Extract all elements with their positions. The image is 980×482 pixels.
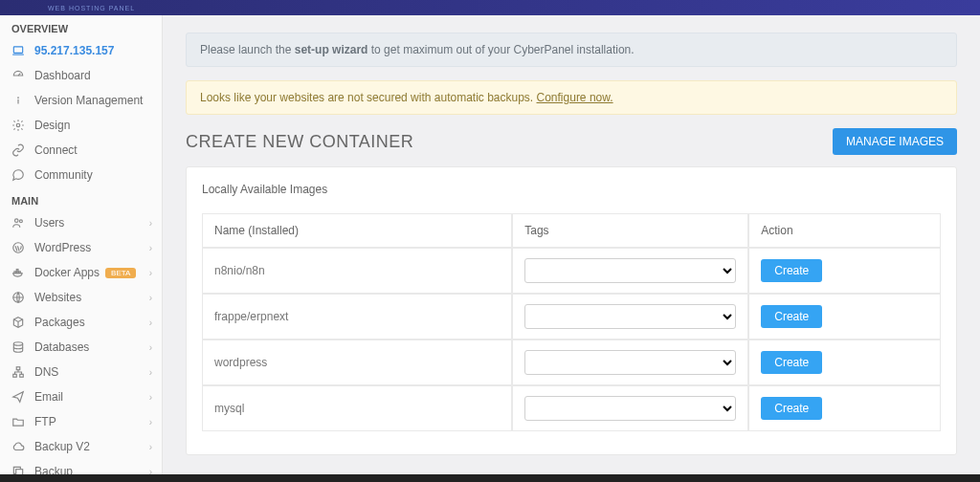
chevron-right-icon: ›	[149, 342, 152, 353]
backup-alert: Looks like your websites are not secured…	[186, 80, 957, 115]
sidebar-connect-label: Connect	[34, 143, 78, 157]
action-cell: Create	[748, 248, 941, 294]
sidebar-item-backupv2[interactable]: Backup V2 ›	[0, 434, 162, 459]
sidebar-item-users[interactable]: Users ›	[0, 210, 162, 235]
wordpress-icon	[11, 241, 25, 254]
svg-point-5	[19, 220, 22, 223]
sidebar-item-design[interactable]: Design	[0, 113, 162, 138]
image-name-cell: wordpress	[202, 340, 512, 385]
section-overview: OVERVIEW	[0, 15, 162, 38]
main-content: Please launch the set-up wizard to get m…	[163, 15, 980, 482]
sidebar-ftp-label: FTP	[34, 415, 56, 428]
sidebar-packages-label: Packages	[34, 316, 85, 329]
chevron-right-icon: ›	[149, 218, 152, 229]
create-button[interactable]: Create	[761, 397, 822, 420]
tag-select[interactable]	[524, 350, 736, 375]
table-row: frappe/erpnextCreate	[202, 294, 941, 340]
brand-text: WEB HOSTING PANEL	[48, 5, 135, 11]
section-main: MAIN	[0, 187, 162, 210]
tags-cell	[512, 294, 748, 340]
sidebar-design-label: Design	[34, 119, 70, 132]
chat-icon	[11, 168, 25, 182]
chevron-right-icon: ›	[149, 392, 152, 403]
svg-rect-14	[13, 374, 17, 377]
sidebar-dashboard-label: Dashboard	[34, 69, 91, 82]
sidebar-item-ftp[interactable]: FTP ›	[0, 409, 162, 434]
svg-rect-0	[13, 47, 22, 53]
chevron-right-icon: ›	[149, 417, 152, 427]
sidebar-docker-label: Docker Apps	[34, 266, 100, 279]
sidebar-email-label: Email	[34, 390, 63, 404]
sidebar-item-docker[interactable]: Docker Apps BETA ›	[0, 260, 162, 285]
image-name-cell: frappe/erpnext	[202, 294, 512, 340]
sidebar-item-dashboard[interactable]: Dashboard	[0, 63, 162, 88]
info-icon	[11, 94, 25, 107]
th-action: Action	[748, 213, 941, 248]
sidebar-item-websites[interactable]: Websites ›	[0, 285, 162, 310]
beta-badge: BETA	[105, 268, 136, 278]
chevron-right-icon: ›	[149, 318, 152, 328]
sidebar-item-ip[interactable]: 95.217.135.157	[0, 38, 162, 63]
setup-alert: Please launch the set-up wizard to get m…	[186, 33, 957, 67]
database-icon	[11, 340, 25, 354]
sidebar-item-email[interactable]: Email ›	[0, 384, 162, 409]
chevron-right-icon: ›	[149, 243, 152, 253]
backup-alert-pre: Looks like your websites are not secured…	[200, 91, 537, 104]
chevron-right-icon: ›	[149, 442, 152, 452]
svg-point-3	[16, 123, 20, 127]
image-name-cell: n8nio/n8n	[202, 248, 512, 294]
table-row: n8nio/n8nCreate	[202, 248, 941, 294]
sidebar-item-dns[interactable]: DNS ›	[0, 360, 162, 384]
link-icon	[11, 143, 25, 157]
chevron-right-icon: ›	[149, 293, 152, 303]
sidebar-item-wordpress[interactable]: WordPress ›	[0, 235, 162, 260]
svg-rect-13	[16, 367, 20, 370]
manage-images-button[interactable]: MANAGE IMAGES	[833, 128, 957, 155]
tag-select[interactable]	[524, 304, 736, 329]
sidebar-users-label: Users	[34, 216, 64, 230]
images-table: Name (Installed) Tags Action n8nio/n8nCr…	[202, 213, 941, 431]
svg-rect-10	[16, 270, 18, 272]
tag-select[interactable]	[524, 258, 736, 283]
tags-cell	[512, 340, 748, 385]
globe-icon	[11, 291, 25, 304]
sidebar-item-community[interactable]: Community	[0, 163, 162, 187]
table-row: mysqlCreate	[202, 385, 941, 431]
sidebar-item-databases[interactable]: Databases ›	[0, 335, 162, 360]
sitemap-icon	[11, 365, 25, 379]
card-subtitle: Locally Available Images	[202, 179, 941, 200]
sidebar-databases-label: Databases	[34, 340, 89, 354]
th-tags: Tags	[512, 213, 748, 248]
sidebar-item-packages[interactable]: Packages ›	[0, 310, 162, 335]
svg-point-4	[15, 219, 19, 223]
tags-cell	[512, 385, 748, 431]
page-title: CREATE NEW CONTAINER	[186, 132, 413, 152]
sidebar-backupv2-label: Backup V2	[34, 440, 90, 453]
users-icon	[11, 216, 25, 230]
image-name-cell: mysql	[202, 385, 512, 431]
sidebar-ip-label: 95.217.135.157	[34, 44, 114, 57]
sidebar-item-version[interactable]: Version Management	[0, 88, 162, 113]
svg-point-1	[17, 97, 19, 99]
topbar: WEB HOSTING PANEL	[0, 0, 980, 15]
action-cell: Create	[748, 385, 941, 431]
folder-icon	[11, 415, 25, 428]
svg-point-12	[13, 342, 22, 346]
sidebar-item-connect[interactable]: Connect	[0, 138, 162, 163]
gauge-icon	[11, 69, 25, 82]
configure-now-link[interactable]: Configure now.	[537, 91, 613, 104]
cloud-icon	[11, 440, 25, 453]
setup-alert-bold[interactable]: set-up wizard	[295, 43, 368, 56]
create-button[interactable]: Create	[761, 351, 822, 374]
action-cell: Create	[748, 294, 941, 340]
tag-select[interactable]	[524, 396, 736, 421]
create-button[interactable]: Create	[761, 259, 822, 282]
table-row: wordpressCreate	[202, 340, 941, 385]
tags-cell	[512, 248, 748, 294]
create-button[interactable]: Create	[761, 305, 822, 328]
sidebar: OVERVIEW 95.217.135.157 Dashboard Versio…	[0, 15, 163, 482]
th-name: Name (Installed)	[202, 213, 512, 248]
chevron-right-icon: ›	[149, 367, 152, 378]
sidebar-websites-label: Websites	[34, 291, 81, 304]
send-icon	[11, 390, 25, 404]
